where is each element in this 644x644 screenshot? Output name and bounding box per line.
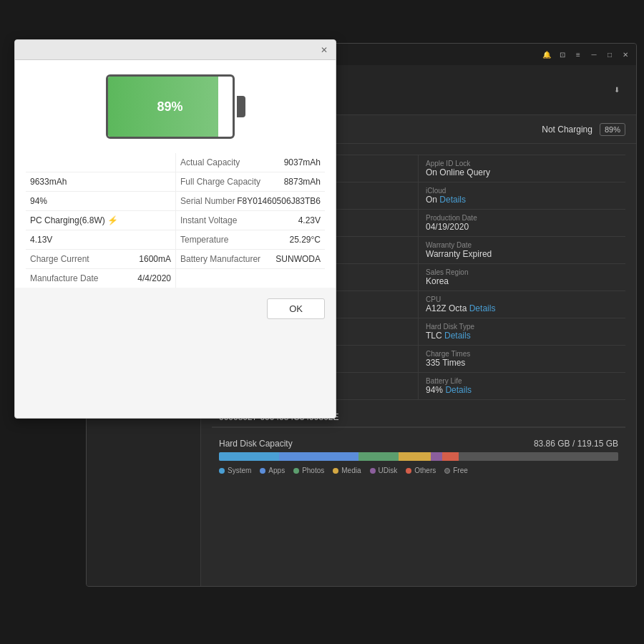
icloud-block: iCloud On Details bbox=[419, 182, 625, 210]
ok-button[interactable]: OK bbox=[267, 298, 325, 319]
hard-disk-details-link[interactable]: Details bbox=[444, 331, 471, 341]
toolbar-right: ⬇ bbox=[612, 85, 622, 95]
window-icon-2[interactable]: ⊡ bbox=[557, 49, 567, 59]
cpu-block: CPU A12Z Octa Details bbox=[419, 291, 625, 318]
window-icon-1[interactable]: 🔔 bbox=[542, 49, 552, 59]
production-date-value: 04/19/2020 bbox=[426, 222, 618, 232]
warranty-date-block: Warranty Date Warranty Expired bbox=[419, 237, 625, 264]
full-charge-capacity: 8873mAh bbox=[284, 177, 321, 187]
download-icon[interactable]: ⬇ bbox=[612, 85, 622, 95]
production-date-block: Production Date 04/19/2020 bbox=[419, 210, 625, 237]
actual-capacity: 9037mAh bbox=[284, 157, 321, 167]
warranty-date-value: Warranty Expired bbox=[426, 249, 618, 259]
battery-percent-display: 89% bbox=[157, 99, 182, 114]
sales-region-value: Korea bbox=[426, 276, 618, 286]
battery-popup: ✕ 89% Actual Capacity 9037mAh 9633mAh Fu… bbox=[14, 39, 336, 419]
battery-body: 89% bbox=[106, 74, 235, 139]
hard-disk-type-value: TLC Details bbox=[426, 331, 618, 341]
charge-times-value: 335 Times bbox=[426, 358, 618, 368]
popup-info: Actual Capacity 9037mAh 9633mAh Full Cha… bbox=[15, 153, 336, 288]
charge-times-block: Charge Times 335 Times bbox=[419, 346, 625, 373]
battery-life-value: 94% Details bbox=[426, 385, 618, 395]
battery-badge: 89% bbox=[600, 123, 625, 136]
icloud-value: On Details bbox=[426, 195, 618, 205]
popup-ok-area: OK bbox=[15, 288, 336, 330]
legend-apps: Apps bbox=[260, 467, 285, 474]
battery-serial: F8Y01460506J83TB6 bbox=[237, 196, 321, 206]
apple-id-value: On Online Query bbox=[426, 167, 618, 177]
minimize-button[interactable]: ─ bbox=[589, 49, 599, 59]
battery-visual: 89% bbox=[15, 60, 336, 153]
battery-tip bbox=[237, 96, 245, 117]
legend-free: Free bbox=[444, 467, 468, 474]
icloud-details-link[interactable]: Details bbox=[439, 195, 466, 205]
hard-disk-type-block: Hard Disk Type TLC Details bbox=[419, 318, 625, 346]
apple-id-lock-block: Apple ID Lock On Online Query bbox=[419, 155, 625, 182]
disk-capacity-section: Hard Disk Capacity 83.86 GB / 119.15 GB … bbox=[212, 427, 625, 485]
legend-photos: Photos bbox=[293, 467, 324, 474]
disk-system bbox=[219, 452, 279, 461]
instant-voltage: 4.23V bbox=[298, 215, 321, 225]
disk-free bbox=[459, 452, 618, 461]
legend-media: Media bbox=[333, 467, 361, 474]
legend-system: System bbox=[219, 467, 251, 474]
legend-others: Others bbox=[406, 467, 436, 474]
cpu-value: A12Z Octa Details bbox=[426, 303, 618, 313]
charging-status: Not Charging bbox=[542, 125, 592, 135]
sales-region-block: Sales Region Korea bbox=[419, 264, 625, 291]
popup-titlebar: ✕ bbox=[15, 40, 336, 60]
battery-life-block: Battery Life 94% Details bbox=[419, 373, 625, 400]
disk-udisk bbox=[431, 452, 443, 461]
disk-legend: System Apps Photos Media bbox=[219, 467, 618, 474]
disk-title: Hard Disk Capacity 83.86 GB / 119.15 GB bbox=[219, 439, 618, 449]
maximize-button[interactable]: □ bbox=[605, 49, 615, 59]
popup-close-button[interactable]: ✕ bbox=[318, 44, 330, 56]
apps-row: i Install 3uTools Backup/Restore 3uAirPl… bbox=[87, 586, 636, 587]
battery-details-link[interactable]: Details bbox=[445, 385, 472, 395]
window-icon-3[interactable]: ≡ bbox=[573, 49, 583, 59]
legend-udisk: UDisk bbox=[370, 467, 398, 474]
temperature: 25.29°C bbox=[290, 235, 321, 245]
disk-photos bbox=[358, 452, 399, 461]
disk-bar bbox=[219, 452, 618, 461]
disk-apps bbox=[279, 452, 359, 461]
close-button[interactable]: ✕ bbox=[620, 49, 630, 59]
disk-media bbox=[399, 452, 431, 461]
disk-others bbox=[442, 452, 458, 461]
battery-info-grid: Actual Capacity 9037mAh 9633mAh Full Cha… bbox=[26, 153, 325, 288]
battery-manufacturer: SUNWODA bbox=[275, 254, 321, 264]
cpu-details-link[interactable]: Details bbox=[469, 303, 496, 313]
